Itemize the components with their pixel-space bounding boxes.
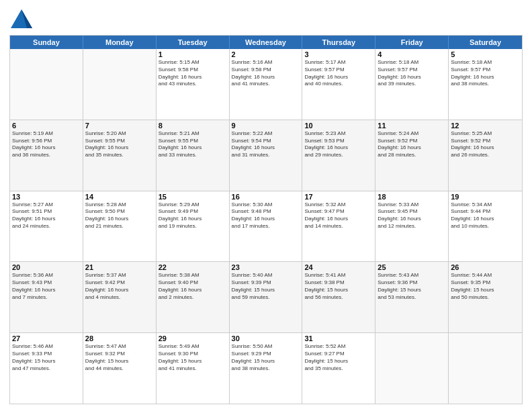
day-number: 1 [159, 50, 227, 58]
day-info: Sunrise: 5:37 AM Sunset: 9:42 PM Dayligh… [85, 272, 154, 301]
cal-cell-day-24: 24Sunrise: 5:41 AM Sunset: 9:38 PM Dayli… [302, 262, 375, 332]
cal-cell-day-27: 27Sunrise: 5:46 AM Sunset: 9:33 PM Dayli… [10, 333, 83, 404]
cal-cell-day-7: 7Sunrise: 5:20 AM Sunset: 9:55 PM Daylig… [83, 120, 157, 191]
cal-cell-day-10: 10Sunrise: 5:23 AM Sunset: 9:53 PM Dayli… [302, 120, 375, 191]
cal-cell-day-6: 6Sunrise: 5:19 AM Sunset: 9:56 PM Daylig… [10, 120, 83, 191]
day-info: Sunrise: 5:49 AM Sunset: 9:30 PM Dayligh… [159, 343, 227, 372]
day-info: Sunrise: 5:36 AM Sunset: 9:43 PM Dayligh… [12, 272, 81, 301]
day-info: Sunrise: 5:34 AM Sunset: 9:44 PM Dayligh… [451, 201, 520, 230]
day-info: Sunrise: 5:46 AM Sunset: 9:33 PM Dayligh… [12, 343, 81, 372]
cal-cell-day-14: 14Sunrise: 5:28 AM Sunset: 9:50 PM Dayli… [83, 191, 157, 262]
day-number: 22 [159, 263, 227, 271]
cal-row-2: 13Sunrise: 5:27 AM Sunset: 9:51 PM Dayli… [10, 191, 522, 263]
calendar-header: SundayMondayTuesdayWednesdayThursdayFrid… [10, 36, 522, 49]
day-info: Sunrise: 5:38 AM Sunset: 9:40 PM Dayligh… [159, 272, 227, 301]
day-info: Sunrise: 5:43 AM Sunset: 9:36 PM Dayligh… [378, 272, 446, 301]
day-info: Sunrise: 5:33 AM Sunset: 9:45 PM Dayligh… [378, 201, 446, 230]
day-info: Sunrise: 5:25 AM Sunset: 9:52 PM Dayligh… [451, 130, 520, 159]
day-number: 10 [304, 122, 373, 130]
day-info: Sunrise: 5:47 AM Sunset: 9:32 PM Dayligh… [85, 343, 154, 372]
day-info: Sunrise: 5:41 AM Sunset: 9:38 PM Dayligh… [304, 272, 373, 301]
day-number: 8 [159, 122, 227, 130]
day-number: 5 [451, 50, 520, 58]
cal-cell-day-15: 15Sunrise: 5:29 AM Sunset: 9:49 PM Dayli… [157, 191, 230, 262]
day-info: Sunrise: 5:29 AM Sunset: 9:49 PM Dayligh… [159, 201, 227, 230]
header [9, 7, 523, 31]
cal-cell-day-11: 11Sunrise: 5:24 AM Sunset: 9:52 PM Dayli… [375, 120, 449, 191]
day-number: 12 [451, 122, 520, 130]
logo [9, 7, 36, 31]
header-day-monday: Monday [83, 36, 157, 49]
cal-cell-day-13: 13Sunrise: 5:27 AM Sunset: 9:51 PM Dayli… [10, 191, 83, 262]
day-number: 28 [85, 334, 154, 342]
day-number: 13 [12, 193, 81, 201]
day-info: Sunrise: 5:22 AM Sunset: 9:54 PM Dayligh… [232, 130, 300, 159]
day-number: 30 [232, 334, 300, 342]
day-number: 9 [232, 122, 300, 130]
day-info: Sunrise: 5:50 AM Sunset: 9:29 PM Dayligh… [232, 343, 300, 372]
cal-cell-empty-4-6 [449, 333, 522, 404]
day-number: 23 [232, 263, 300, 271]
day-info: Sunrise: 5:19 AM Sunset: 9:56 PM Dayligh… [12, 130, 81, 159]
header-day-wednesday: Wednesday [230, 36, 303, 49]
cal-cell-day-4: 4Sunrise: 5:18 AM Sunset: 9:57 PM Daylig… [375, 49, 449, 120]
cal-cell-day-12: 12Sunrise: 5:25 AM Sunset: 9:52 PM Dayli… [449, 120, 522, 191]
day-number: 15 [159, 193, 227, 201]
day-info: Sunrise: 5:17 AM Sunset: 9:57 PM Dayligh… [304, 59, 373, 88]
cal-cell-day-28: 28Sunrise: 5:47 AM Sunset: 9:32 PM Dayli… [83, 333, 157, 404]
day-info: Sunrise: 5:52 AM Sunset: 9:27 PM Dayligh… [304, 343, 373, 372]
day-info: Sunrise: 5:44 AM Sunset: 9:35 PM Dayligh… [451, 272, 520, 301]
cal-cell-day-20: 20Sunrise: 5:36 AM Sunset: 9:43 PM Dayli… [10, 262, 83, 332]
cal-cell-day-9: 9Sunrise: 5:22 AM Sunset: 9:54 PM Daylig… [230, 120, 303, 191]
header-day-saturday: Saturday [449, 36, 522, 49]
day-number: 26 [451, 263, 520, 271]
day-number: 29 [159, 334, 227, 342]
day-number: 21 [85, 263, 154, 271]
header-day-tuesday: Tuesday [157, 36, 230, 49]
day-number: 16 [232, 193, 300, 201]
day-number: 11 [378, 122, 446, 130]
cal-cell-day-31: 31Sunrise: 5:52 AM Sunset: 9:27 PM Dayli… [302, 333, 375, 404]
header-day-sunday: Sunday [10, 36, 83, 49]
day-info: Sunrise: 5:23 AM Sunset: 9:53 PM Dayligh… [304, 130, 373, 159]
cal-cell-empty-4-5 [375, 333, 449, 404]
day-number: 14 [85, 193, 154, 201]
cal-cell-day-8: 8Sunrise: 5:21 AM Sunset: 9:55 PM Daylig… [157, 120, 230, 191]
day-info: Sunrise: 5:24 AM Sunset: 9:52 PM Dayligh… [378, 130, 446, 159]
cal-cell-day-3: 3Sunrise: 5:17 AM Sunset: 9:57 PM Daylig… [302, 49, 375, 120]
day-info: Sunrise: 5:18 AM Sunset: 9:57 PM Dayligh… [451, 59, 520, 88]
day-info: Sunrise: 5:15 AM Sunset: 9:58 PM Dayligh… [159, 59, 227, 88]
cal-cell-empty-0-0 [10, 49, 83, 120]
cal-cell-day-2: 2Sunrise: 5:16 AM Sunset: 9:58 PM Daylig… [230, 49, 303, 120]
day-info: Sunrise: 5:20 AM Sunset: 9:55 PM Dayligh… [85, 130, 154, 159]
cal-cell-day-23: 23Sunrise: 5:40 AM Sunset: 9:39 PM Dayli… [230, 262, 303, 332]
cal-cell-day-16: 16Sunrise: 5:30 AM Sunset: 9:48 PM Dayli… [230, 191, 303, 262]
day-info: Sunrise: 5:30 AM Sunset: 9:48 PM Dayligh… [232, 201, 300, 230]
day-info: Sunrise: 5:16 AM Sunset: 9:58 PM Dayligh… [232, 59, 300, 88]
day-number: 18 [378, 193, 446, 201]
day-number: 20 [12, 263, 81, 271]
day-number: 6 [12, 122, 81, 130]
cal-cell-day-29: 29Sunrise: 5:49 AM Sunset: 9:30 PM Dayli… [157, 333, 230, 404]
cal-cell-day-22: 22Sunrise: 5:38 AM Sunset: 9:40 PM Dayli… [157, 262, 230, 332]
header-day-thursday: Thursday [302, 36, 375, 49]
cal-cell-day-30: 30Sunrise: 5:50 AM Sunset: 9:29 PM Dayli… [230, 333, 303, 404]
cal-cell-day-17: 17Sunrise: 5:32 AM Sunset: 9:47 PM Dayli… [302, 191, 375, 262]
cal-cell-day-26: 26Sunrise: 5:44 AM Sunset: 9:35 PM Dayli… [449, 262, 522, 332]
cal-cell-day-25: 25Sunrise: 5:43 AM Sunset: 9:36 PM Dayli… [375, 262, 449, 332]
cal-row-1: 6Sunrise: 5:19 AM Sunset: 9:56 PM Daylig… [10, 120, 522, 191]
cal-cell-day-19: 19Sunrise: 5:34 AM Sunset: 9:44 PM Dayli… [449, 191, 522, 262]
cal-cell-empty-0-1 [83, 49, 157, 120]
day-number: 17 [304, 193, 373, 201]
day-number: 31 [304, 334, 373, 342]
day-number: 24 [304, 263, 373, 271]
logo-icon [9, 7, 34, 31]
cal-row-0: 1Sunrise: 5:15 AM Sunset: 9:58 PM Daylig… [10, 49, 522, 120]
day-number: 19 [451, 193, 520, 201]
day-info: Sunrise: 5:18 AM Sunset: 9:57 PM Dayligh… [378, 59, 446, 88]
day-number: 3 [304, 50, 373, 58]
day-number: 27 [12, 334, 81, 342]
cal-cell-day-18: 18Sunrise: 5:33 AM Sunset: 9:45 PM Dayli… [375, 191, 449, 262]
header-day-friday: Friday [375, 36, 449, 49]
calendar: SundayMondayTuesdayWednesdayThursdayFrid… [9, 35, 523, 404]
